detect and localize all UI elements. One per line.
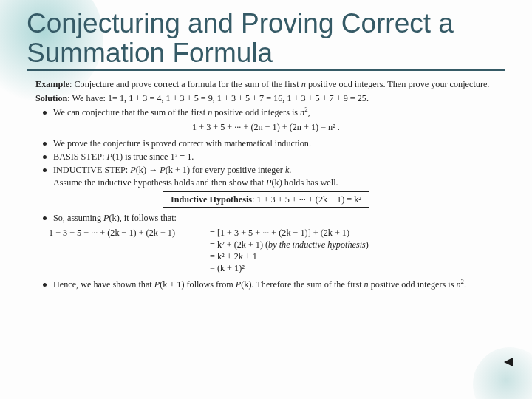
equation-conjecture: 1 + 3 + 5 + ∙∙∙ + (2n − 1) + (2n + 1) = … xyxy=(27,121,505,133)
slide: Conjecturing and Proving Correct a Summa… xyxy=(0,0,532,308)
bullet-conclusion: Hence, we have shown that P(k + 1) follo… xyxy=(43,279,505,290)
bullet-prove: We prove the conjecture is proved correc… xyxy=(43,137,505,149)
inductive-hypothesis-box: Inductive Hypothesis: 1 + 3 + 5 + ∙∙∙ + … xyxy=(27,191,505,208)
slide-body: Example: Conjecture and prove correct a … xyxy=(27,78,505,290)
example-label: Example xyxy=(35,79,69,89)
solution-line: Solution: We have: 1= 1, 1 + 3 = 4, 1 + … xyxy=(35,92,505,104)
bullet-assume: So, assuming P(k), it follows that: xyxy=(43,212,505,224)
derivation-block: 1 + 3 + 5 + ∙∙∙ + (2k − 1) + (2k + 1) = … xyxy=(49,227,505,274)
bullet-conjecture: We can conjecture that the sum of the fi… xyxy=(43,106,505,118)
bullet-inductive: INDUCTIVE STEP: P(k) → P(k + 1) for ever… xyxy=(43,164,505,188)
example-line: Example: Conjecture and prove correct a … xyxy=(35,78,505,90)
solution-label: Solution xyxy=(35,93,67,103)
end-of-proof-icon xyxy=(504,358,513,366)
hypothesis-label: Inductive Hypothesis xyxy=(171,194,252,205)
bullet-basis: BASIS STEP: P(1) is true since 1² = 1. xyxy=(43,151,505,163)
slide-title: Conjecturing and Proving Correct a Summa… xyxy=(27,9,505,71)
decor-circle-bottom xyxy=(473,347,532,399)
